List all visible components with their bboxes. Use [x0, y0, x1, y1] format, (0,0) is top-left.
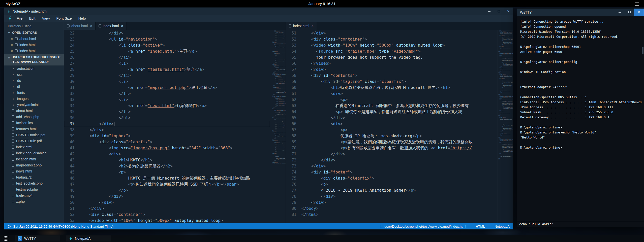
code-line[interactable]: 42 <div> — [64, 151, 270, 157]
scrollbar[interactable] — [642, 16, 643, 221]
minimap[interactable]: </div> <ul id="navigation"> <li class="a… — [270, 30, 286, 223]
code-line[interactable]: 50 </div> — [64, 199, 270, 205]
code-line[interactable]: 41 <img src="images/box.png" height="342… — [64, 145, 270, 151]
close-button[interactable]: × — [504, 8, 513, 15]
close-icon[interactable]: × — [312, 24, 314, 28]
code-line[interactable]: 53 <video width="100%" height="500px" au… — [286, 42, 498, 48]
code-line[interactable]: 75 <div class="clearfix"> — [286, 175, 498, 181]
code-area[interactable]: 51 </div>52 <div class="container">53 <v… — [286, 30, 498, 223]
minimize-button[interactable] — [484, 8, 494, 15]
code-line[interactable]: 35 </li> — [64, 109, 270, 115]
code-line[interactable]: 63 在香港的Minecraft 伺服器中，多為小遊戲和純生存的伺服器，較少擁有 — [286, 103, 498, 109]
file-item[interactable]: features.html — [4, 126, 64, 132]
maximize-button[interactable] — [625, 9, 634, 16]
code-line[interactable]: 53 <video width="100%" height="500px" au… — [64, 218, 270, 223]
tab-about.html[interactable]: about.html× — [64, 22, 96, 30]
menu-item-help[interactable]: Help — [75, 15, 89, 22]
code-line[interactable]: 22 </div> — [64, 30, 270, 36]
code-line[interactable]: 80</body> — [286, 205, 498, 212]
file-item[interactable]: HKWTC rule.pdf — [4, 138, 64, 144]
close-icon[interactable]: × — [10, 37, 13, 41]
notepada-titlebar[interactable]: NotepadA - index.html × — [4, 8, 513, 15]
file-item[interactable]: teabag.7z — [4, 174, 64, 180]
code-line[interactable]: 59 <div id="tagline" class="clearfix"> — [286, 79, 498, 85]
terminal-input[interactable]: echo "Hello World" — [517, 221, 644, 227]
file-item[interactable]: favicon.ico — [4, 120, 64, 126]
folder-item[interactable]: ▸css — [4, 72, 64, 78]
code-line[interactable]: 44 <h2>香港的建築伺服器</h2> — [64, 163, 270, 169]
file-item[interactable]: trailer.mp4 — [4, 192, 64, 198]
workspace-folder-header[interactable]: ▾ USER/DESKTOP/SCREENSHOT /TEST/WWW CLEA… — [4, 54, 64, 65]
folder-item[interactable]: ▸images — [4, 96, 64, 102]
file-item[interactable]: add_vhost.php — [4, 114, 64, 120]
code-line[interactable]: 32 </li> — [64, 91, 270, 97]
folder-item[interactable]: ▸dc — [4, 78, 64, 84]
maximize-button[interactable] — [494, 8, 504, 15]
start-menu-icon[interactable] — [3, 235, 9, 241]
file-item[interactable]: test_sockets.php — [4, 180, 64, 186]
status-app-name[interactable]: NotepadA — [495, 225, 510, 228]
file-item[interactable]: HKWTC notice.pdf — [4, 132, 64, 138]
code-line[interactable]: 72 </div> — [286, 157, 498, 163]
code-line[interactable]: 43 <h1>HKWTC</h1> — [64, 157, 270, 163]
open-editors-header[interactable]: ▾ OPEN EDITORS — [4, 30, 64, 36]
file-item[interactable]: x.php — [4, 198, 64, 204]
code-line[interactable]: 45 <p> — [64, 169, 270, 175]
code-line[interactable]: 81</html> — [286, 212, 498, 218]
hamburger-menu-icon[interactable] — [635, 2, 639, 6]
file-item[interactable]: about.html — [4, 108, 64, 114]
file-item[interactable]: index.php_disabled — [4, 150, 64, 156]
code-line[interactable]: 48 </p> — [64, 187, 270, 193]
close-icon[interactable]: × — [121, 24, 123, 28]
folder-item[interactable]: ▸fonts — [4, 90, 64, 96]
code-line[interactable]: 62 <p> — [286, 97, 498, 103]
code-line[interactable]: 36 </ul> — [64, 115, 270, 121]
code-line[interactable]: 49 </div> — [64, 193, 270, 199]
code-line[interactable]: 24 <li class="active"> — [64, 42, 270, 48]
open-editor-item[interactable]: ×index.html — [4, 42, 64, 48]
menu-item-edit[interactable]: Edit — [26, 15, 39, 22]
status-filepath[interactable]: user/Desktop/screenshot/test/www cleaned… — [384, 225, 466, 228]
menu-item-font-size[interactable]: Font Size — [53, 15, 75, 22]
code-line[interactable]: 46 HKWTC 是一個 Minecraft 的建築伺服器，主要建築計劃包括鐵路 — [64, 175, 270, 181]
file-item[interactable]: testmysql.php — [4, 186, 64, 192]
taskbar-item-notepada[interactable]: NotepadA — [66, 235, 111, 241]
code-line[interactable]: 66 <div> — [286, 121, 498, 127]
code-line[interactable]: 31 <a href="mapredirect.php">網上地圖</a> — [64, 85, 270, 91]
file-item[interactable]: location.html — [4, 156, 64, 162]
code-line[interactable]: 54 <source src="trailer.mp4" type="video… — [286, 48, 498, 54]
code-line[interactable]: 39 <div id="topbox"> — [64, 133, 270, 139]
code-line[interactable]: 33 <li> — [64, 97, 270, 103]
folder-item[interactable]: ▸dl — [4, 84, 64, 90]
code-line[interactable]: 69 <p>請注意，我們的伺服器為確保玩家及遊玩時的質素，我們對的服務開放 — [286, 139, 498, 145]
scrollbar-thumb[interactable] — [642, 47, 643, 54]
menu-item-view[interactable]: View — [39, 15, 53, 22]
file-item[interactable]: index.html — [4, 144, 64, 150]
minimize-button[interactable] — [615, 9, 625, 16]
code-line[interactable]: 51 </div> — [64, 205, 270, 212]
code-line[interactable]: 67 <p> — [286, 127, 498, 133]
folder-item[interactable]: ▸autostation — [4, 65, 64, 72]
close-icon[interactable]: × — [10, 43, 13, 47]
terminal-output[interactable]: [info] Conencting to arozos WsTTY servic… — [517, 16, 644, 221]
code-line[interactable]: 30 <li> — [64, 79, 270, 85]
code-line[interactable]: 71 </div> — [286, 151, 498, 157]
code-line[interactable]: 78 </div> — [286, 193, 498, 199]
code-line[interactable]: 37 </div> — [64, 121, 270, 127]
code-line[interactable]: 40 <div class="clearfix"> — [64, 139, 270, 145]
minimap[interactable]: </div> <div class="container"> <video wi… — [498, 30, 513, 223]
code-line[interactable]: 38 </div> — [64, 127, 270, 133]
code-line[interactable]: 47 <b>你知道我們全線伺服器已轉用 SSD 了嗎？</b></span> — [64, 181, 270, 187]
file-item[interactable]: news.html — [4, 168, 64, 174]
open-editor-item[interactable]: ×index.html — [4, 48, 64, 54]
code-line[interactable]: 58 <div id="contents"> — [286, 73, 498, 79]
code-line[interactable]: 52 <div class="container"> — [64, 212, 270, 218]
code-line[interactable]: 77 © 2018 - 2019 HKWTC Animation Gamer</… — [286, 187, 498, 193]
code-line[interactable]: 76 <p> — [286, 181, 498, 187]
code-line[interactable]: 65 </div> — [286, 115, 498, 121]
close-button[interactable]: × — [634, 9, 644, 16]
code-line[interactable]: 56 </video> — [286, 60, 498, 66]
code-line[interactable]: 29 </li> — [64, 73, 270, 79]
code-line[interactable]: 74 <div id="footer"> — [286, 169, 498, 175]
status-language[interactable]: HTML — [476, 225, 485, 228]
